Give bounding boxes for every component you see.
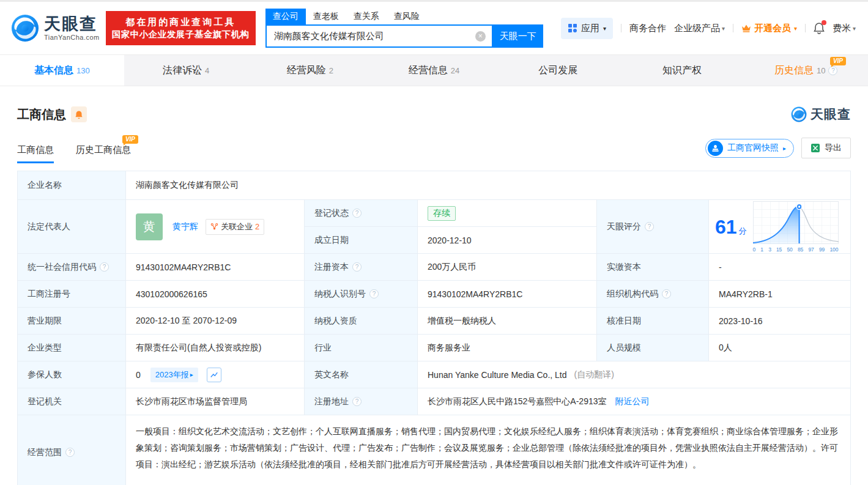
related-label: 关联企业 [221, 221, 253, 232]
logo-domain-text: TianYanCha.com [44, 34, 100, 41]
related-companies-badge[interactable]: 关联企业 2 [206, 219, 264, 235]
annual-report-badge[interactable]: 2023年报 ▸ [150, 368, 198, 382]
label-business-term: 营业期限 [18, 308, 126, 335]
open-vip-link[interactable]: 开通会员 ▾ [741, 23, 797, 34]
tab-operation-info[interactable]: 经营信息 24 [372, 55, 496, 86]
official-snapshot-button[interactable]: 工商官网快照 ▸ [705, 139, 794, 158]
score-distribution-chart[interactable]: 0131550859799100 [753, 201, 839, 253]
value-registered-address: 长沙市雨花区人民中路152号嘉熙中心A-2913室 附近公司 [418, 388, 850, 415]
apps-label: 应用 [581, 23, 599, 34]
tianyancha-swirl-icon [11, 14, 39, 42]
tab-legal-litigation[interactable]: 法律诉讼 4 [124, 55, 248, 86]
top-nav: 应用 ▾ 商务合作 企业级产品 ▾ 开通会员 ▾ [561, 18, 856, 39]
search-row: × 天眼一下 [265, 24, 543, 48]
chevron-down-icon: ▾ [722, 25, 725, 32]
value-business-term: 2020-12-10 至 2070-12-09 [126, 308, 305, 335]
search-tab-relation[interactable]: 查关系 [346, 9, 387, 24]
search-button[interactable]: 天眼一下 [493, 24, 543, 48]
subscribe-bell-button[interactable] [71, 106, 87, 122]
value-tianyan-score: 61分 [709, 200, 850, 254]
nearby-companies-link[interactable]: 附近公司 [615, 396, 650, 407]
divider [733, 24, 733, 32]
label-paid-capital: 实缴资本 [597, 254, 709, 281]
label-tianyan-score: 天眼评分 ? [597, 200, 709, 254]
enterprise-label: 企业级产品 [674, 23, 720, 34]
score-number: 61分 [715, 217, 747, 237]
help-icon[interactable]: ? [100, 262, 109, 272]
value-approval-date: 2023-10-16 [709, 308, 850, 335]
help-icon[interactable]: ? [65, 448, 75, 457]
status-badge: 存续 [428, 206, 456, 221]
search-tab-company[interactable]: 查公司 [265, 9, 306, 24]
label-registered-capital: 注册资本 ? [305, 254, 418, 281]
label-approval-date: 核准日期 [597, 308, 709, 335]
help-icon[interactable]: ? [352, 209, 362, 218]
tianyancha-watermark: 天眼查 [791, 106, 851, 123]
value-registered-capital: 200万人民币 [418, 254, 597, 281]
label-taxpayer-quality: 纳税人资质 [305, 308, 418, 335]
company-section-tabs: 基本信息 130 法律诉讼 4 经营风险 2 经营信息 24 公司发展 知识产权… [0, 54, 868, 86]
subtab-business-info[interactable]: 工商信息 [17, 144, 54, 163]
search-input[interactable] [273, 31, 475, 42]
nav-enterprise[interactable]: 企业级产品 ▾ [674, 23, 725, 34]
tab-basic-info[interactable]: 基本信息 130 [0, 55, 124, 86]
value-insured-count: 0 2023年报 ▸ [126, 361, 305, 388]
nav-cooperation[interactable]: 商务合作 [629, 23, 666, 34]
section-title: 工商信息 [17, 106, 66, 123]
help-icon[interactable]: ? [645, 222, 654, 231]
subtab-history-business-info[interactable]: VIP 历史工商信息 [76, 144, 131, 163]
section-actions: 工商官网快照 ▸ 导出 [705, 138, 851, 163]
tianyancha-swirl-icon [791, 106, 807, 122]
chevron-down-icon: ▾ [853, 25, 856, 32]
help-icon[interactable]: ? [352, 397, 362, 406]
label-registered-address: 注册地址 ? [305, 388, 418, 415]
value-registry-authority: 长沙市雨花区市场监督管理局 [126, 388, 305, 415]
tab-operation-risk[interactable]: 经营风险 2 [248, 55, 372, 86]
value-paid-capital: - [709, 254, 850, 281]
line-chart-icon [210, 371, 218, 379]
search-tab-risk[interactable]: 查风险 [387, 9, 427, 24]
notifications-button[interactable] [814, 22, 825, 34]
export-button[interactable]: 导出 [801, 138, 851, 158]
label-business-scope: 经营范围 ? [18, 415, 126, 485]
slogan-line-2: 国家中小企业发展子基金旗下机构 [112, 28, 250, 40]
tab-history-info[interactable]: VIP 历史信息 10 ? [744, 55, 868, 86]
value-established-date: 2020-12-10 [418, 227, 597, 254]
help-icon[interactable]: ? [369, 289, 379, 298]
label-taxpayer-id: 纳税人识别号 ? [305, 281, 418, 308]
avatar[interactable]: 黄 [136, 213, 163, 240]
logo-text: 天眼查 TianYanCha.com [44, 15, 100, 41]
label-registration-status: 登记状态 ? [305, 200, 418, 227]
label-staff-size: 人员规模 [597, 335, 709, 361]
label-company-type: 企业类型 [18, 335, 126, 361]
value-business-scope: 一般项目：组织文化艺术交流活动；文艺创作；个人互联网直播服务；销售代理；国内贸易… [126, 415, 850, 485]
snapshot-label: 工商官网快照 [727, 143, 779, 154]
label-registration-number: 工商注册号 [18, 281, 126, 308]
bell-curve-chart [753, 201, 839, 245]
divider [621, 24, 621, 32]
crown-icon [741, 24, 751, 32]
business-info-table: 企业名称 湖南颜客文化传媒有限公司 法定代表人 黄 黄宇辉 [17, 171, 851, 485]
search-tab-boss[interactable]: 查老板 [306, 9, 346, 24]
help-icon[interactable]: ? [352, 262, 362, 272]
label-org-code: 组织机构代码 ? [597, 281, 709, 308]
page: 天眼查 TianYanCha.com 都在用的商业查询工具 国家中小企业发展子基… [0, 0, 868, 485]
excel-icon [811, 143, 820, 153]
value-taxpayer-quality: 增值税一般纳税人 [418, 308, 597, 335]
tab-company-development[interactable]: 公司发展 [496, 55, 620, 86]
trend-chart-button[interactable] [207, 368, 221, 382]
divider [805, 24, 806, 32]
org-chart-icon [210, 223, 218, 231]
label-industry: 行业 [305, 335, 418, 361]
user-menu[interactable]: 费米 ▾ [833, 23, 856, 34]
tab-intellectual-property[interactable]: 知识产权 [620, 55, 744, 86]
notification-dot [822, 20, 826, 25]
value-industry: 商务服务业 [418, 335, 597, 361]
help-icon[interactable]: ? [662, 289, 671, 298]
slogan-line-1: 都在用的商业查询工具 [112, 16, 250, 28]
subtab-row: 工商信息 VIP 历史工商信息 工商官网快照 ▸ [17, 138, 851, 163]
tianyancha-logo[interactable]: 天眼查 TianYanCha.com [11, 14, 100, 42]
legal-rep-name-link[interactable]: 黄宇辉 [172, 221, 198, 232]
clear-icon[interactable]: × [475, 31, 486, 42]
apps-menu[interactable]: 应用 ▾ [561, 18, 613, 39]
